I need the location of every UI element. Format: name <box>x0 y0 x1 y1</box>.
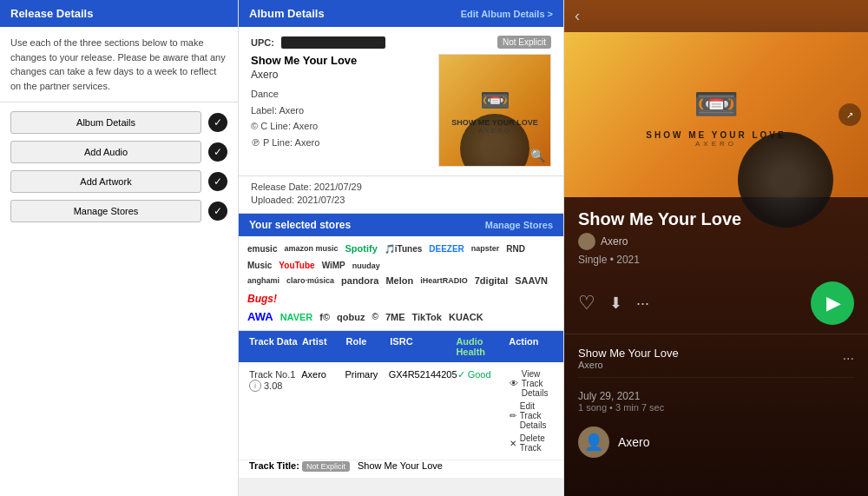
album-title: Show Me Your Love <box>251 54 430 67</box>
search-icon[interactable]: 🔍 <box>530 149 545 162</box>
store-facebook: f© <box>319 312 330 322</box>
right-duration: 1 song • 3 min 7 sec <box>578 402 854 413</box>
upc-label: UPC: <box>251 37 274 48</box>
vinyl-large <box>738 132 833 228</box>
album-cover-large-artist: AXERO <box>695 140 737 148</box>
release-details-header: Release Details <box>0 0 238 27</box>
store-spotify: Spotify <box>345 243 378 254</box>
right-artist-avatar <box>578 233 595 250</box>
upc-row: UPC: Not Explicit <box>251 36 551 49</box>
edit-icon: ✏ <box>510 411 516 420</box>
manage-stores-link[interactable]: Manage Stores <box>485 220 553 230</box>
right-track-list: Show Me Your Love Axero ··· <box>564 334 868 383</box>
store-7digital: 7digital <box>475 275 509 286</box>
store-amazon: amazon music <box>284 244 338 253</box>
like-button[interactable]: ♡ <box>578 292 595 314</box>
col-health: Audio Health <box>456 336 509 357</box>
add-artwork-check: ✓ <box>208 172 227 191</box>
store-music: Music <box>247 261 272 270</box>
album-genre: Dance <box>251 86 430 103</box>
play-button[interactable]: ▶ <box>811 281 854 325</box>
store-qobuz: qobuz <box>337 312 365 322</box>
album-text-info: Show Me Your Love Axero Dance Label: Axe… <box>251 54 430 167</box>
album-details-check: ✓ <box>208 113 227 132</box>
manage-stores-button[interactable]: Manage Stores <box>10 200 201 222</box>
more-options-button[interactable]: ··· <box>636 294 649 313</box>
track-section: Track Data Artist Role ISRC Audio Health… <box>239 331 563 478</box>
stores-title: Your selected stores <box>249 219 351 231</box>
back-button[interactable]: ‹ <box>564 0 868 32</box>
track-time: i 3.08 <box>249 380 282 392</box>
btn-row-stores: Manage Stores ✓ <box>10 200 227 222</box>
store-naver: NAVER <box>280 312 313 322</box>
left-panel: Release Details Use each of the three se… <box>0 0 239 496</box>
delete-icon: ✕ <box>510 439 516 448</box>
store-kuack: KUACK <box>449 312 483 322</box>
store-itunes: 🎵iTunes <box>385 244 422 254</box>
play-icon: ▶ <box>826 292 841 314</box>
share-icon: ↗ <box>846 110 853 120</box>
col-isrc: ISRC <box>390 336 456 357</box>
add-audio-check: ✓ <box>208 142 227 162</box>
btn-row-album: Album Details ✓ <box>10 111 227 134</box>
btn-row-audio: Add Audio ✓ <box>10 141 227 163</box>
right-artist-section-name: Axero <box>618 435 650 449</box>
store-deezer: DEEZER <box>429 244 464 254</box>
album-artist: Axero <box>251 69 430 81</box>
mid-column: Album Details Edit Album Details > UPC: … <box>239 0 564 496</box>
release-details-body: Use each of the three sections below to … <box>0 27 238 103</box>
add-audio-button[interactable]: Add Audio <box>10 141 201 163</box>
track-more-button[interactable]: ··· <box>843 351 854 367</box>
delete-track-action[interactable]: ✕ Delete Track <box>510 433 553 453</box>
col-artist: Artist <box>302 336 346 357</box>
track-title-text: Show Me Your Love <box>358 460 443 471</box>
uploaded-date: Uploaded: 2021/07/23 <box>251 195 551 205</box>
right-date-info: July 29, 2021 1 song • 3 min 7 sec <box>564 383 868 420</box>
track-explicit-badge: Not Explicit <box>302 461 350 472</box>
btn-row-artwork: Add Artwork ✓ <box>10 170 227 193</box>
release-details-title: Release Details <box>10 7 93 20</box>
track-title-row: Track Title: Not Explicit Show Me Your L… <box>239 460 563 478</box>
store-7me: 7ME <box>385 312 405 322</box>
store-nuuday: nuuday <box>352 261 380 270</box>
view-track-details-action[interactable]: 👁 View Track Details <box>510 369 553 398</box>
store-bugs: Bugs! <box>247 293 277 305</box>
store-melon: Melon <box>385 275 413 286</box>
main-wrapper: Release Details Use each of the three se… <box>0 0 868 496</box>
edit-track-details-action[interactable]: ✏ Edit Track Details <box>510 401 553 430</box>
store-wimp: WiMP <box>322 261 345 270</box>
right-artist-big-avatar: 👤 <box>578 427 609 458</box>
stores-logos: emusic amazon music Spotify 🎵iTunes DEEZ… <box>239 236 563 330</box>
edit-album-link[interactable]: Edit Album Details > <box>461 9 553 19</box>
eye-icon: 👁 <box>510 379 518 388</box>
track-actions: 👁 View Track Details ✏ Edit Track Detail… <box>510 369 553 453</box>
right-artist-row: Axero <box>578 233 854 250</box>
manage-stores-check: ✓ <box>208 202 227 221</box>
store-g: © <box>372 312 378 321</box>
info-icon: i <box>249 380 261 392</box>
download-button[interactable]: ⬇ <box>609 294 622 313</box>
album-details-button[interactable]: Album Details <box>10 111 201 134</box>
add-artwork-button[interactable]: Add Artwork <box>10 170 201 193</box>
album-details-title: Album Details <box>249 7 325 20</box>
stores-header: Your selected stores Manage Stores <box>239 214 563 236</box>
store-iheartradio: iHeartRADIO <box>420 276 468 285</box>
right-release-date: July 29, 2021 <box>578 390 854 402</box>
track-header: Track Data Artist Role ISRC Audio Health… <box>239 331 563 362</box>
release-buttons: Album Details ✓ Add Audio ✓ Add Artwork … <box>0 103 238 231</box>
artist-avatar-icon: 👤 <box>584 433 603 452</box>
col-action: Action <box>509 336 553 357</box>
album-cover-large: 📼 SHOW ME YOUR LOVE AXERO ↗ <box>564 32 868 197</box>
right-track-name: Show Me Your Love <box>578 347 679 360</box>
album-details-body: UPC: Not Explicit Show Me Your Love Axer… <box>239 27 563 176</box>
col-role: Role <box>346 336 391 357</box>
right-artist-section: 👤 Axero <box>564 420 868 465</box>
album-cline: © C Line: Axero <box>251 118 430 135</box>
share-button[interactable]: ↗ <box>838 103 861 126</box>
store-youtube: YouTube <box>279 261 314 270</box>
album-cover-container: 📼 SHOW ME YOUR LOVE AXERO 🔍 <box>438 54 551 167</box>
track-artist-cell: Axero <box>301 369 345 380</box>
store-emusic: emusic <box>247 244 277 254</box>
track-row: Track No.1 i 3.08 Axero Primary GX4R5214… <box>239 362 563 460</box>
release-details-description: Use each of the three sections below to … <box>10 36 227 93</box>
